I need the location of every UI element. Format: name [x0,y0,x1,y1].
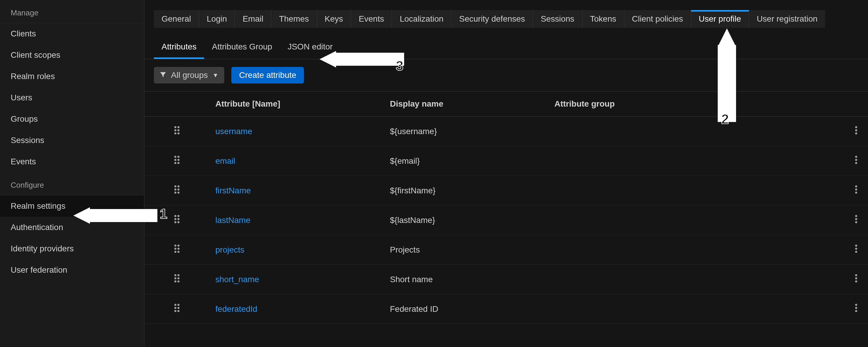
svg-point-15 [855,156,857,158]
svg-point-53 [855,280,857,283]
tab-general[interactable]: General [154,10,199,28]
svg-point-5 [178,132,180,135]
svg-point-12 [178,159,180,161]
attribute-group-cell [549,235,844,265]
svg-point-17 [855,162,857,164]
attribute-group-cell [549,117,844,146]
attribute-display-name: Projects [384,235,549,265]
drag-handle-icon[interactable] [174,274,180,285]
attributes-table: Attribute [Name] Display name Attribute … [144,91,868,324]
drag-handle-icon[interactable] [174,304,180,314]
svg-point-30 [178,218,180,220]
sidebar-item-identity-providers[interactable]: Identity providers [0,238,144,259]
drag-handle-icon[interactable] [174,156,180,166]
realm-tabs: General Login Email Themes Keys Events L… [144,0,868,28]
svg-point-54 [174,304,176,306]
svg-point-45 [174,274,176,276]
drag-handle-icon[interactable] [174,215,180,225]
chevron-down-icon: ▼ [213,72,219,79]
svg-point-49 [174,280,176,283]
tab-login[interactable]: Login [199,10,235,28]
svg-point-8 [855,132,857,135]
tab-events[interactable]: Events [351,10,392,28]
attribute-name-link[interactable]: federatedId [215,305,257,314]
attribute-group-cell [549,205,844,235]
attribute-display-name: ${lastName} [384,205,549,235]
svg-point-40 [174,251,176,253]
subtab-attributes-group[interactable]: Attributes Group [204,38,280,59]
kebab-menu-icon[interactable] [855,126,857,137]
sidebar-item-clients[interactable]: Clients [0,23,144,45]
sidebar-item-events[interactable]: Events [0,151,144,172]
tab-localization[interactable]: Localization [392,10,452,28]
svg-point-20 [174,189,176,191]
svg-point-24 [855,185,857,187]
svg-point-26 [855,192,857,194]
sidebar-item-user-federation[interactable]: User federation [0,259,144,281]
tab-keys[interactable]: Keys [317,10,351,28]
kebab-menu-icon[interactable] [855,274,857,285]
svg-point-31 [174,221,176,223]
attribute-name-link[interactable]: email [215,156,235,166]
svg-point-56 [174,307,176,309]
svg-point-28 [178,215,180,217]
attribute-name-link[interactable]: lastName [215,215,250,225]
table-row: firstName${firstName} [144,176,868,205]
tab-security-defenses[interactable]: Security defenses [452,10,533,28]
sidebar: Manage Clients Client scopes Realm roles… [0,0,144,347]
create-attribute-button[interactable]: Create attribute [231,67,304,84]
svg-point-1 [178,126,180,128]
sidebar-item-groups[interactable]: Groups [0,108,144,130]
sidebar-section-configure: Configure [0,172,144,195]
svg-point-52 [855,278,857,280]
tab-tokens[interactable]: Tokens [582,10,624,28]
svg-point-37 [178,244,180,247]
sidebar-item-realm-settings[interactable]: Realm settings [0,195,144,217]
svg-point-0 [174,126,176,128]
attribute-name-link[interactable]: short_name [215,275,259,284]
svg-point-58 [174,310,176,312]
tab-themes[interactable]: Themes [271,10,317,28]
subtab-json-editor[interactable]: JSON editor [280,38,341,59]
attribute-name-link[interactable]: projects [215,245,244,254]
svg-point-7 [855,129,857,132]
sidebar-item-authentication[interactable]: Authentication [0,217,144,238]
attribute-name-link[interactable]: username [215,127,252,136]
subtab-attributes[interactable]: Attributes [154,38,204,59]
sidebar-item-realm-roles[interactable]: Realm roles [0,66,144,87]
svg-point-43 [855,248,857,250]
column-attribute-name: Attribute [Name] [210,91,384,117]
svg-point-51 [855,274,857,276]
sidebar-item-client-scopes[interactable]: Client scopes [0,45,144,66]
sidebar-item-users[interactable]: Users [0,87,144,108]
svg-point-2 [174,129,176,132]
filter-groups-dropdown[interactable]: All groups ▼ [154,67,224,84]
drag-handle-icon[interactable] [174,126,180,137]
kebab-menu-icon[interactable] [855,304,857,314]
drag-handle-icon[interactable] [174,244,180,255]
attribute-name-link[interactable]: firstName [215,186,251,195]
main-content: General Login Email Themes Keys Events L… [144,0,868,347]
svg-point-22 [174,192,176,194]
svg-point-14 [178,162,180,164]
tab-user-registration[interactable]: User registration [749,10,825,28]
tab-user-profile[interactable]: User profile [691,10,749,28]
tab-email[interactable]: Email [235,10,271,28]
svg-point-16 [855,159,857,161]
drag-handle-icon[interactable] [174,185,180,196]
tab-client-policies[interactable]: Client policies [624,10,691,28]
svg-point-10 [178,156,180,158]
svg-point-18 [174,185,176,187]
kebab-menu-icon[interactable] [855,244,857,255]
attribute-group-cell [549,176,844,205]
attribute-display-name: ${username} [384,117,549,146]
svg-point-21 [178,189,180,191]
kebab-menu-icon[interactable] [855,185,857,196]
svg-point-6 [855,126,857,128]
kebab-menu-icon[interactable] [855,156,857,166]
sidebar-item-sessions[interactable]: Sessions [0,130,144,151]
kebab-menu-icon[interactable] [855,215,857,225]
svg-point-55 [178,304,180,306]
profile-subtabs: Attributes Attributes Group JSON editor [144,28,868,59]
tab-sessions[interactable]: Sessions [533,10,583,28]
